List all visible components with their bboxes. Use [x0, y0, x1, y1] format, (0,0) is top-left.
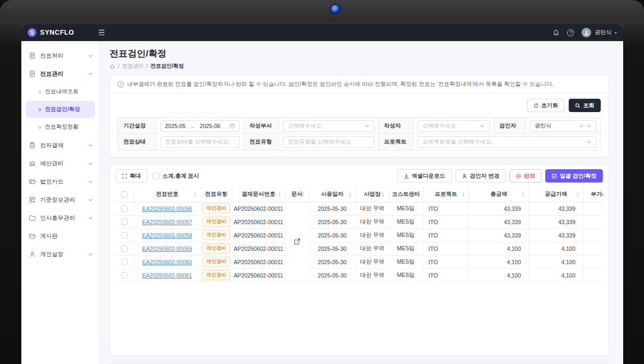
- sidebar-item-9[interactable]: 개인설정: [21, 245, 99, 263]
- column-menu-icon[interactable]: ⋮: [348, 191, 353, 197]
- total-amount-cell: 43,339: [469, 202, 529, 215]
- project-select[interactable]: 프로젝트명을 선택해주세요.: [418, 136, 596, 148]
- voucher-link[interactable]: EA20250602-00056: [142, 205, 192, 212]
- dept-select[interactable]: 선택해주세요.: [283, 120, 374, 132]
- app-logo[interactable]: S SYNCFLO: [28, 28, 91, 37]
- column-menu-icon[interactable]: ⋮: [521, 191, 526, 197]
- sidebar-item-1[interactable]: 전표처리: [21, 46, 99, 65]
- approver-select[interactable]: 권민식 ×: [530, 120, 596, 132]
- open-document-icon[interactable]: [294, 238, 301, 245]
- info-banner: ? 내부결제가 완료된 전표를 검인/확정하거나 반려 할 수 있습니다. 검인…: [110, 76, 608, 93]
- voucher-link[interactable]: EA20250602-00057: [142, 219, 192, 225]
- sidebar-item-5[interactable]: 법인카드: [21, 172, 99, 191]
- row-checkbox[interactable]: [121, 219, 128, 225]
- column-menu-icon[interactable]: ⋮: [575, 191, 580, 197]
- voucher-link[interactable]: EA20250602-00058: [142, 232, 192, 239]
- column-menu-icon[interactable]: ⋮: [381, 191, 386, 197]
- total-amount-cell: 43,339: [469, 215, 529, 228]
- approval-doc-cell: AP20250602-00011: [232, 215, 285, 228]
- sidebar-item-label: 전자결재: [40, 141, 64, 149]
- column-menu-icon[interactable]: ⋮: [415, 191, 420, 197]
- cost-center-cell: MES팀: [389, 242, 423, 255]
- supply-amount-cell: 4,100: [529, 242, 583, 255]
- logo-badge-icon: S: [28, 28, 36, 37]
- clear-icon[interactable]: ×: [580, 123, 583, 129]
- row-checkbox[interactable]: [121, 232, 128, 239]
- expand-button[interactable]: 확대: [115, 169, 147, 183]
- reset-button[interactable]: 초기화: [527, 99, 565, 112]
- info-text: 내부결제가 완료된 전표를 검인/확정하거나 반려 할 수 있습니다. 검인/확…: [127, 81, 554, 88]
- sidebar-item-6[interactable]: 기준정보관리: [21, 191, 99, 209]
- voucher-link[interactable]: EA20250602-00061: [142, 272, 192, 279]
- bullet-icon: [38, 126, 41, 129]
- select-all-checkbox[interactable]: [121, 191, 128, 197]
- voucher-table: 전표번호⋮전표유형⋮결재문서번호⋮문서⋮사용일자⋮사업장⋮코스트센터⋮프로젝트⋮…: [115, 187, 603, 282]
- breadcrumb-parent[interactable]: 전표관리: [122, 62, 144, 70]
- chevron-down-icon: [364, 123, 370, 129]
- sidebar-item-2[interactable]: 전표관리: [21, 65, 99, 83]
- use-date-cell: 2025-05-30: [309, 202, 356, 215]
- voucher-no-cell: EA20250602-00060: [133, 255, 201, 268]
- user-menu[interactable]: 권민식 ▾: [582, 28, 617, 37]
- reject-button[interactable]: 반려: [509, 169, 541, 183]
- period-range-input[interactable]: 2025-05 → 2025-06: [160, 120, 240, 132]
- download-icon: [404, 173, 409, 179]
- column-menu-icon[interactable]: ⋮: [224, 191, 229, 197]
- dept-label: 작성부서: [244, 118, 279, 134]
- table-body: EA20250602-00056개인경비AP20250602-000112025…: [115, 202, 603, 282]
- row-checkbox[interactable]: [121, 246, 128, 252]
- row-checkbox[interactable]: [121, 205, 128, 212]
- writer-select[interactable]: 선택해주세요.: [418, 120, 490, 132]
- column-menu-icon[interactable]: ⋮: [461, 191, 466, 197]
- sidebar-item-7[interactable]: 인사총무관리: [21, 209, 99, 227]
- column-header: 전표유형⋮: [201, 187, 232, 202]
- subtotal-checkbox[interactable]: [153, 173, 159, 179]
- approval-doc-cell: AP20250602-00011: [232, 228, 285, 242]
- menu-toggle-icon[interactable]: ☰: [98, 29, 105, 36]
- total-amount-cell: 4,100: [469, 268, 529, 282]
- voucher-link[interactable]: EA20250602-00059: [142, 246, 192, 252]
- table-row: EA20250602-00061개인경비AP20250602-000112025…: [115, 268, 603, 282]
- bulk-confirm-button[interactable]: 일괄 검인/확정: [545, 169, 603, 183]
- home-icon[interactable]: [109, 64, 115, 69]
- subtotal-label: 소계,총계 표시: [162, 172, 199, 180]
- column-menu-icon[interactable]: ⋮: [193, 191, 198, 197]
- bullet-icon: [38, 108, 41, 111]
- column-header: 전표번호⋮: [133, 187, 201, 202]
- period-label: 기간설정: [118, 118, 156, 134]
- column-menu-icon[interactable]: ⋮: [277, 191, 282, 197]
- page-title: 전표검인/확정: [109, 48, 609, 60]
- sidebar-subitem[interactable]: 전표내역조회: [26, 83, 95, 100]
- sidebar-item-8[interactable]: 게시판: [21, 227, 99, 245]
- type-badge: 개인경비: [202, 270, 230, 280]
- sidebar-subitem[interactable]: 전표검인/확정: [26, 101, 95, 118]
- voucher-no-cell: EA20250602-00056: [133, 202, 201, 215]
- status-input[interactable]: 전표상태를 선택해주세요.: [160, 136, 240, 148]
- voucher-no-cell: EA20250602-00061: [133, 268, 201, 282]
- card-icon: [29, 178, 36, 185]
- chevron-down-icon: [88, 197, 93, 202]
- site-cell: 대한 무역: [356, 268, 389, 282]
- sidebar-item-4[interactable]: 예산관리: [21, 154, 99, 172]
- change-approver-button[interactable]: 검인자 변경: [455, 169, 506, 183]
- chevron-down-icon: [480, 123, 485, 129]
- sidebar-item-3[interactable]: 전자결재: [21, 136, 99, 154]
- excel-download-button[interactable]: 엑셀다운로드: [397, 169, 452, 183]
- column-menu-icon[interactable]: ⋮: [301, 191, 306, 197]
- type-badge: 개인경비: [202, 257, 230, 267]
- supply-amount-cell: 43,339: [529, 215, 583, 228]
- total-amount-cell: 4,100: [469, 242, 529, 255]
- voucher-link[interactable]: EA20250602-00060: [142, 259, 192, 265]
- row-select-cell: [115, 268, 133, 282]
- bell-icon[interactable]: [553, 29, 560, 36]
- vat-cell: 0: [583, 268, 603, 282]
- sidebar-subitem[interactable]: 전표확정현황: [26, 118, 95, 136]
- row-checkbox[interactable]: [121, 259, 128, 265]
- search-button[interactable]: 조회: [569, 99, 601, 112]
- calendar-icon: [230, 123, 235, 129]
- type-input[interactable]: 전표유형을 선택해주세요.: [283, 136, 374, 148]
- row-select-cell: [115, 228, 133, 242]
- project-cell: ITO: [423, 202, 469, 215]
- row-checkbox[interactable]: [121, 272, 128, 279]
- help-icon[interactable]: ?: [567, 29, 574, 36]
